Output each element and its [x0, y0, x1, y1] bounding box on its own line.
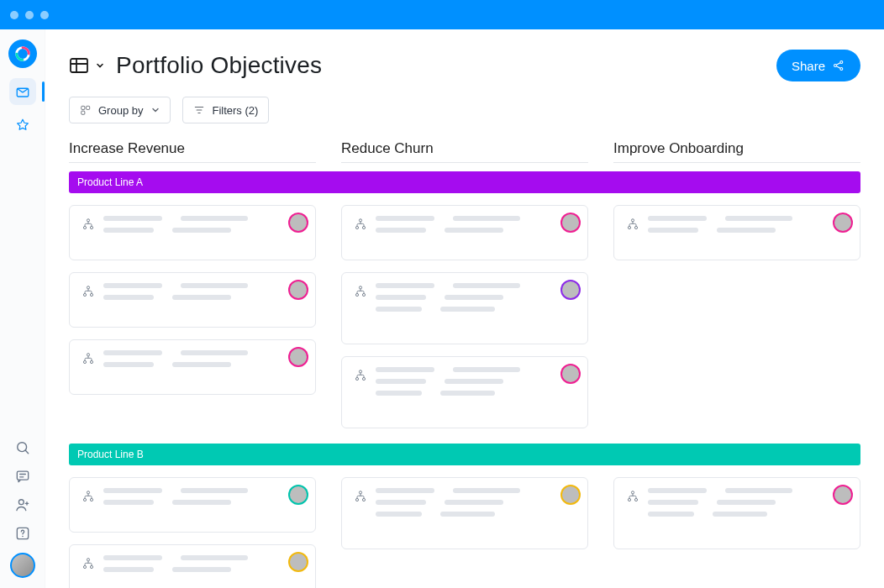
card-content	[376, 367, 576, 417]
svg-point-27	[355, 293, 358, 296]
hierarchy-icon	[626, 490, 639, 503]
lane-column	[69, 477, 316, 588]
hierarchy-icon	[82, 557, 95, 570]
invite-user-icon[interactable]	[13, 496, 32, 514]
objective-card[interactable]	[613, 477, 860, 549]
svg-point-36	[83, 498, 86, 501]
svg-rect-11	[82, 106, 85, 109]
card-content	[103, 488, 303, 522]
app-logo[interactable]	[8, 39, 37, 68]
filter-icon	[193, 104, 205, 116]
card-content	[648, 216, 848, 249]
nav-favorites[interactable]	[9, 112, 36, 139]
svg-point-24	[355, 226, 358, 228]
card-content	[376, 216, 576, 249]
owner-avatar[interactable]	[290, 214, 307, 231]
card-content	[376, 283, 576, 333]
owner-avatar[interactable]	[290, 554, 307, 570]
hierarchy-icon	[626, 218, 639, 231]
svg-point-10	[840, 68, 843, 71]
column-header: Reduce Churn	[341, 140, 588, 163]
hierarchy-icon	[354, 285, 367, 298]
owner-avatar[interactable]	[562, 486, 579, 503]
hierarchy-icon	[82, 352, 95, 365]
svg-point-21	[83, 360, 86, 363]
share-icon	[832, 59, 845, 72]
svg-point-26	[359, 286, 361, 289]
objective-card[interactable]	[69, 477, 316, 533]
svg-rect-7	[71, 59, 87, 72]
window-dot[interactable]	[40, 11, 49, 19]
svg-point-38	[87, 559, 89, 561]
lane-column	[69, 205, 316, 428]
filters-button[interactable]: Filters (2)	[182, 97, 269, 123]
objective-card[interactable]	[613, 205, 860, 260]
svg-point-14	[87, 219, 89, 222]
chevron-down-icon	[96, 61, 104, 70]
nav-inbox[interactable]	[9, 78, 36, 105]
svg-point-29	[359, 370, 361, 373]
svg-point-19	[90, 293, 92, 296]
card-content	[648, 488, 848, 538]
main-content: Portfolio Objectives Share Group by Filt…	[45, 29, 884, 588]
column-header: Improve Onboarding	[613, 140, 860, 163]
svg-point-6	[22, 536, 24, 538]
svg-point-45	[628, 498, 630, 501]
swimlane-cards	[69, 477, 860, 588]
objective-card[interactable]	[69, 205, 316, 260]
owner-avatar[interactable]	[562, 214, 579, 231]
window-dot[interactable]	[25, 11, 34, 19]
owner-avatar[interactable]	[834, 486, 851, 503]
page-title: Portfolio Objectives	[116, 52, 322, 79]
search-icon[interactable]	[13, 438, 32, 457]
svg-point-16	[90, 226, 92, 228]
objective-card[interactable]	[341, 205, 588, 260]
share-button[interactable]: Share	[776, 50, 860, 81]
card-content	[103, 350, 303, 384]
owner-avatar[interactable]	[290, 349, 307, 365]
user-avatar[interactable]	[10, 553, 35, 578]
group-by-button[interactable]: Group by	[69, 97, 171, 123]
svg-point-15	[83, 226, 86, 228]
swimlane-label: Product Line A	[77, 176, 143, 188]
owner-avatar[interactable]	[834, 214, 851, 231]
objective-card[interactable]	[341, 477, 588, 549]
window-dot[interactable]	[10, 11, 18, 19]
objective-card[interactable]	[69, 272, 316, 328]
svg-point-41	[359, 491, 361, 494]
svg-point-37	[90, 498, 92, 501]
svg-point-9	[840, 61, 843, 64]
objective-card[interactable]	[69, 544, 316, 588]
owner-avatar[interactable]	[562, 281, 579, 298]
window-titlebar	[0, 0, 884, 29]
swimlane-label: Product Line B	[77, 449, 144, 460]
owner-avatar[interactable]	[290, 281, 307, 298]
objective-card[interactable]	[341, 272, 588, 344]
svg-rect-12	[82, 111, 85, 114]
svg-point-40	[90, 565, 92, 568]
owner-avatar[interactable]	[562, 365, 579, 382]
objective-card[interactable]	[341, 356, 588, 428]
svg-point-22	[90, 360, 92, 363]
lane-column	[341, 205, 588, 428]
hierarchy-icon	[354, 490, 367, 503]
sidebar	[0, 29, 45, 588]
svg-point-30	[355, 377, 358, 380]
help-icon[interactable]	[13, 524, 32, 543]
svg-rect-13	[87, 106, 90, 109]
swimlane-header[interactable]: Product Line A	[69, 171, 860, 193]
card-content	[103, 283, 303, 317]
svg-point-33	[628, 226, 630, 228]
group-by-label: Group by	[98, 104, 143, 117]
view-selector[interactable]	[69, 55, 104, 76]
svg-point-35	[87, 491, 89, 494]
hierarchy-icon	[82, 285, 95, 298]
owner-avatar[interactable]	[290, 486, 307, 503]
chat-icon[interactable]	[13, 467, 32, 486]
lane-column	[341, 477, 588, 588]
hierarchy-icon	[354, 218, 367, 231]
svg-point-34	[634, 226, 637, 228]
swimlane-header[interactable]: Product Line B	[69, 444, 860, 465]
svg-point-8	[834, 65, 837, 67]
objective-card[interactable]	[69, 339, 316, 395]
